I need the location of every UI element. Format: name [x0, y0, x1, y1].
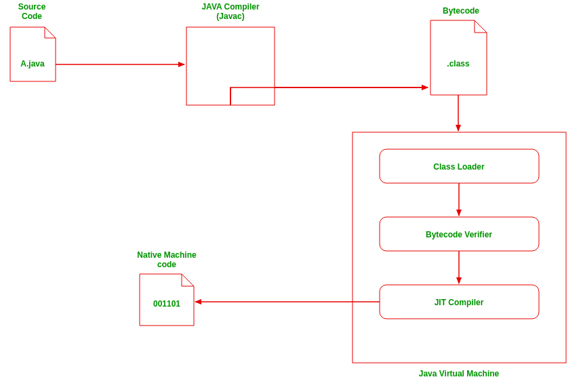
- compiler-label-l2: (Javac): [216, 12, 244, 21]
- java-compilation-diagram: Source Code A.java JAVA Compiler (Javac)…: [0, 0, 583, 392]
- compiler-label-l1: JAVA Compiler: [201, 2, 259, 12]
- source-code-box: Source Code A.java: [10, 2, 56, 81]
- bytecode-box: Bytecode .class: [430, 6, 487, 95]
- native-file-label: 001101: [153, 299, 180, 309]
- native-label-l1: Native Machine: [137, 250, 197, 260]
- bytecode-label: Bytecode: [443, 6, 479, 16]
- jvm-container: Java Virtual Machine Class Loader Byteco…: [353, 132, 566, 378]
- native-code-box: Native Machine code 001101: [137, 250, 197, 326]
- native-label-l2: code: [157, 260, 176, 269]
- source-code-label-l1: Source: [18, 2, 46, 12]
- jvm-label: Java Virtual Machine: [419, 369, 500, 378]
- jit-compiler-label: JIT Compiler: [435, 298, 484, 307]
- source-code-label-l2: Code: [22, 12, 42, 21]
- arrow-compiler-to-bytecode: [230, 87, 428, 105]
- source-file-label: A.java: [20, 59, 45, 68]
- bytecode-verifier-label: Bytecode Verifier: [426, 230, 492, 239]
- bytecode-file-label: .class: [447, 59, 470, 68]
- class-loader-label: Class Loader: [433, 162, 485, 172]
